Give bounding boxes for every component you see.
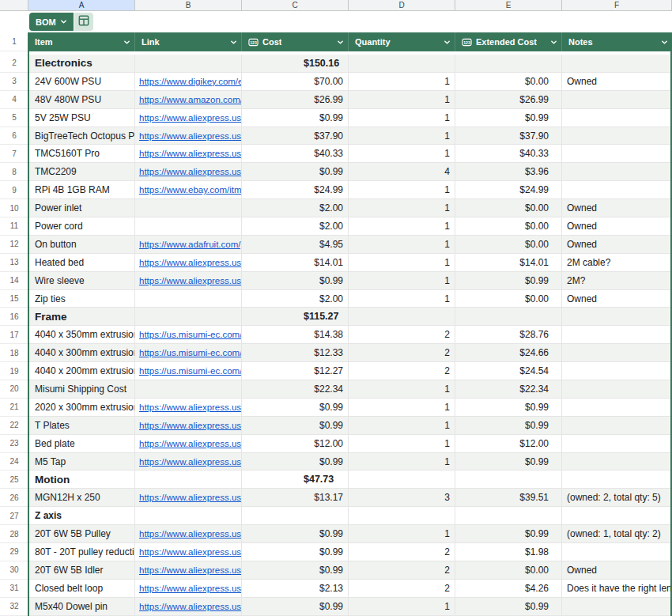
cell-notes[interactable] xyxy=(562,507,672,524)
cell-extended-cost[interactable] xyxy=(455,507,562,524)
header-item[interactable]: Item xyxy=(28,32,135,51)
cell-item[interactable]: Bed plate xyxy=(28,435,135,452)
cell-item[interactable]: 4040 x 300mm extrusions xyxy=(28,344,135,361)
column-header-e[interactable]: E xyxy=(455,0,562,10)
cell-quantity[interactable]: 1 xyxy=(349,181,455,198)
cell-quantity[interactable]: 1 xyxy=(349,399,455,416)
column-header-a[interactable]: A xyxy=(28,0,135,10)
cell-link[interactable]: https://us.misumi-ec.com/vo xyxy=(135,344,242,361)
cell-link[interactable]: https://www.aliexpress.us/ite xyxy=(135,417,242,434)
cell-item[interactable]: TMC2209 xyxy=(28,163,135,180)
cell-quantity[interactable] xyxy=(349,308,455,325)
cell-quantity[interactable]: 1 xyxy=(349,145,455,162)
cell-item[interactable]: 80T - 20T pulley reduction kit xyxy=(28,543,135,561)
cell-notes[interactable]: (owned: 1, total qty: 2) xyxy=(562,525,672,542)
cell-extended-cost[interactable]: $24.54 xyxy=(455,362,562,380)
cell-quantity[interactable] xyxy=(349,55,455,72)
row-number[interactable]: 22 xyxy=(0,417,28,435)
cell-notes[interactable]: Owned xyxy=(562,199,672,217)
item-link[interactable]: https://www.aliexpress.us/ite xyxy=(139,113,242,123)
cell-cost[interactable]: $47.73 xyxy=(242,471,349,488)
cell-quantity[interactable]: 1 xyxy=(349,109,455,127)
cell-quantity[interactable]: 1 xyxy=(349,290,455,308)
cell-notes[interactable]: 2M cable? xyxy=(562,254,672,271)
row-number[interactable]: 19 xyxy=(0,362,28,380)
item-link[interactable]: https://www.amazon.com/RE xyxy=(139,95,242,104)
cell-extended-cost[interactable]: $0.99 xyxy=(455,109,562,127)
cell-notes[interactable] xyxy=(562,91,672,108)
cell-item[interactable]: Misumi Shipping Cost xyxy=(28,380,135,398)
item-link[interactable]: https://www.aliexpress.us/ite xyxy=(139,439,242,448)
cell-link[interactable] xyxy=(135,471,242,488)
cell-item[interactable]: On button xyxy=(28,236,135,253)
cell-extended-cost[interactable]: $1.98 xyxy=(455,543,562,561)
cell-notes[interactable] xyxy=(562,344,672,361)
column-header-f[interactable]: F xyxy=(562,0,672,10)
cell-item[interactable]: Heated bed xyxy=(28,254,135,271)
cell-quantity[interactable]: 1 xyxy=(349,435,455,452)
cell-item[interactable]: 2020 x 300mm extrusion xyxy=(28,399,135,416)
cell-extended-cost[interactable]: $3.96 xyxy=(455,163,562,180)
row-number[interactable]: 11 xyxy=(0,217,28,236)
cell-link[interactable]: https://www.aliexpress.us/ite xyxy=(135,489,242,506)
cell-notes[interactable] xyxy=(562,127,672,145)
row-number[interactable]: 24 xyxy=(0,453,28,471)
cell-item[interactable]: 20T 6W 5B Pulley xyxy=(28,525,135,542)
cell-cost[interactable]: $0.99 xyxy=(242,272,349,289)
cell-notes[interactable] xyxy=(562,362,672,380)
cell-link[interactable]: https://www.aliexpress.us/ite xyxy=(135,109,242,127)
cell-quantity[interactable]: 1 xyxy=(349,254,455,271)
column-header-c[interactable]: C xyxy=(242,0,349,10)
cell-cost[interactable]: $0.99 xyxy=(242,399,349,416)
header-link[interactable]: Link xyxy=(135,32,242,51)
cell-link[interactable]: https://www.aliexpress.us/ite xyxy=(135,127,242,145)
cell-cost[interactable]: $2.00 xyxy=(242,290,349,308)
cell-extended-cost[interactable]: $22.34 xyxy=(455,380,562,398)
cell-cost[interactable]: $26.99 xyxy=(242,91,349,108)
cell-extended-cost[interactable]: $0.99 xyxy=(455,525,562,542)
row-number[interactable]: 14 xyxy=(0,272,28,290)
cell-link[interactable]: https://www.aliexpress.us/ite xyxy=(135,543,242,561)
table-name-button[interactable]: BOM xyxy=(29,13,74,31)
cell-extended-cost[interactable]: $0.00 xyxy=(455,217,562,235)
cell-cost[interactable]: $115.27 xyxy=(242,308,349,325)
item-link[interactable]: https://www.aliexpress.us/ite xyxy=(139,565,242,575)
cell-item[interactable]: T Plates xyxy=(28,417,135,434)
cell-cost[interactable]: $0.99 xyxy=(242,109,349,127)
header-notes[interactable]: Notes xyxy=(562,32,672,51)
row-number[interactable]: 27 xyxy=(0,507,28,525)
cell-notes[interactable] xyxy=(562,326,672,343)
cell-item[interactable]: 4040 x 350mm extrusions xyxy=(28,326,135,343)
cell-cost[interactable]: $12.27 xyxy=(242,362,349,380)
item-link[interactable]: https://us.misumi-ec.com/vo xyxy=(139,330,242,339)
item-link[interactable]: https://www.aliexpress.us/ite xyxy=(139,529,242,539)
cell-extended-cost[interactable]: $4.26 xyxy=(455,580,562,597)
cell-item[interactable]: Z axis xyxy=(28,507,135,524)
cell-cost[interactable]: $12.33 xyxy=(242,344,349,361)
cell-extended-cost[interactable]: $37.90 xyxy=(455,127,562,145)
cell-item[interactable]: 5V 25W PSU xyxy=(28,109,135,127)
cell-extended-cost[interactable]: $0.00 xyxy=(455,290,562,308)
cell-link[interactable]: https://www.aliexpress.us/ite xyxy=(135,453,242,471)
item-link[interactable]: https://www.aliexpress.us/ite xyxy=(139,421,242,430)
row-number[interactable]: 8 xyxy=(0,163,28,181)
row-number[interactable]: 26 xyxy=(0,489,28,507)
cell-notes[interactable] xyxy=(562,598,672,615)
cell-cost[interactable]: $2.00 xyxy=(242,217,349,235)
cell-notes[interactable] xyxy=(562,163,672,180)
cell-quantity[interactable]: 3 xyxy=(349,489,455,506)
row-number[interactable]: 28 xyxy=(0,525,28,543)
cell-cost[interactable]: $0.99 xyxy=(242,453,349,471)
filter-chevron-icon[interactable] xyxy=(550,39,557,46)
cell-link[interactable] xyxy=(135,199,242,217)
cell-quantity[interactable]: 2 xyxy=(349,344,455,361)
item-link[interactable]: https://www.aliexpress.us/ite xyxy=(139,547,242,557)
cell-cost[interactable]: $40.33 xyxy=(242,145,349,162)
cell-link[interactable]: https://www.amazon.com/RE xyxy=(135,91,242,108)
header-extended-cost[interactable]: 123Extended Cost xyxy=(455,32,562,51)
cell-notes[interactable]: Owned xyxy=(562,236,672,253)
column-header-b[interactable]: B xyxy=(135,0,242,10)
row-number[interactable]: 15 xyxy=(0,290,28,308)
cell-quantity[interactable]: 1 xyxy=(349,73,455,90)
filter-chevron-icon[interactable] xyxy=(444,39,451,46)
